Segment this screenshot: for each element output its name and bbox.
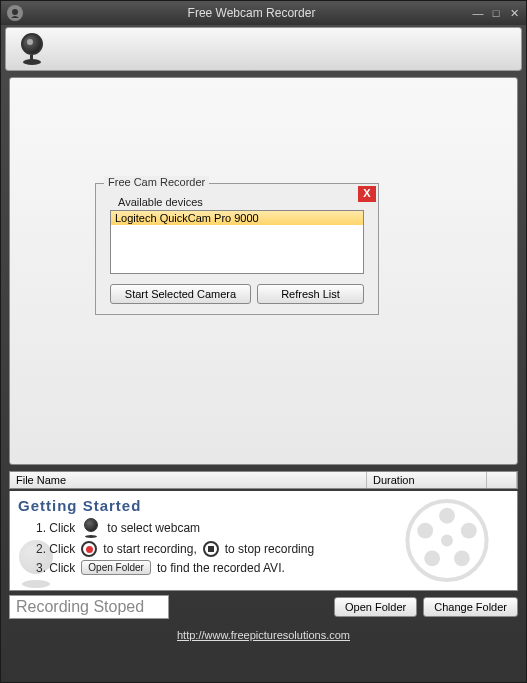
toolbar <box>5 27 522 71</box>
bottom-bar: Recording Stoped Open Folder Change Fold… <box>9 595 518 619</box>
maximize-button[interactable]: □ <box>490 7 502 19</box>
webcam-icon[interactable] <box>16 33 48 65</box>
window-title: Free Webcam Recorder <box>31 6 472 20</box>
svg-point-4 <box>454 550 470 566</box>
change-folder-button[interactable]: Change Folder <box>423 597 518 617</box>
webcam-icon <box>81 518 101 538</box>
open-folder-sample: Open Folder <box>81 560 151 575</box>
app-window: Free Webcam Recorder — □ ✕ Free Cam Reco… <box>0 0 527 683</box>
column-file-name[interactable]: File Name <box>10 472 367 488</box>
record-icon <box>81 541 97 557</box>
webcam-icon <box>12 540 60 588</box>
app-icon <box>7 5 23 21</box>
start-camera-button[interactable]: Start Selected Camera <box>110 284 251 304</box>
column-duration[interactable]: Duration <box>367 472 487 488</box>
file-table-header: File Name Duration <box>9 471 518 489</box>
svg-point-3 <box>461 523 477 539</box>
svg-point-0 <box>12 9 18 15</box>
minimize-button[interactable]: — <box>472 7 484 19</box>
refresh-list-button[interactable]: Refresh List <box>257 284 364 304</box>
dialog-legend: Free Cam Recorder <box>104 176 209 188</box>
preview-panel: Free Cam Recorder X Available devices Lo… <box>9 77 518 465</box>
step-text: to select webcam <box>107 521 200 535</box>
stop-icon <box>203 541 219 557</box>
status-text: Recording Stoped <box>9 595 169 619</box>
svg-point-7 <box>441 535 453 547</box>
device-list[interactable]: Logitech QuickCam Pro 9000 <box>110 210 364 274</box>
svg-point-5 <box>424 550 440 566</box>
svg-point-6 <box>417 523 433 539</box>
step-text: 1. Click <box>36 521 75 535</box>
step-text: to find the recorded AVI. <box>157 561 285 575</box>
website-link[interactable]: http://www.freepicturesolutions.com <box>177 629 350 641</box>
help-panel: Getting Started 1. Click to select webca… <box>9 491 518 591</box>
footer: http://www.freepicturesolutions.com <box>1 623 526 647</box>
svg-point-2 <box>439 508 455 524</box>
list-item[interactable]: Logitech QuickCam Pro 9000 <box>111 211 363 225</box>
step-text: to start recording, <box>103 542 196 556</box>
column-spacer <box>487 472 517 488</box>
close-icon[interactable]: X <box>358 186 376 202</box>
film-reel-icon <box>377 491 517 590</box>
titlebar: Free Webcam Recorder — □ ✕ <box>1 1 526 25</box>
close-button[interactable]: ✕ <box>508 7 520 19</box>
open-folder-button[interactable]: Open Folder <box>334 597 417 617</box>
available-devices-label: Available devices <box>118 196 370 208</box>
step-text: to stop recording <box>225 542 314 556</box>
device-dialog: Free Cam Recorder X Available devices Lo… <box>95 183 379 315</box>
